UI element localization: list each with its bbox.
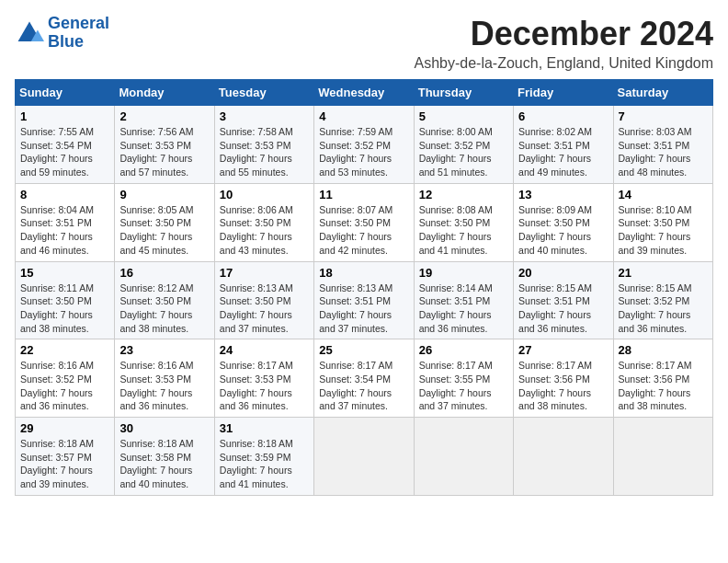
day-number: 4 <box>319 109 408 123</box>
calendar-subtitle: Ashby-de-la-Zouch, England, United Kingd… <box>414 55 713 72</box>
day-info: Sunrise: 8:06 AMSunset: 3:50 PMDaylight:… <box>220 204 293 256</box>
calendar-cell: 12 Sunrise: 8:08 AMSunset: 3:50 PMDaylig… <box>414 183 513 261</box>
day-number: 22 <box>20 343 109 357</box>
day-info: Sunrise: 8:17 AMSunset: 3:55 PMDaylight:… <box>419 360 493 411</box>
day-number: 26 <box>419 343 508 357</box>
day-number: 7 <box>619 109 708 123</box>
weekday-header-sunday: Sunday <box>16 80 115 106</box>
weekday-header-tuesday: Tuesday <box>214 80 313 106</box>
day-number: 14 <box>619 188 708 201</box>
calendar-body: 1 Sunrise: 7:55 AMSunset: 3:54 PMDayligh… <box>16 106 713 496</box>
day-number: 17 <box>220 266 309 280</box>
calendar-cell: 16 Sunrise: 8:12 AMSunset: 3:50 PMDaylig… <box>115 261 214 339</box>
page-header: General Blue December 2024 Ashby-de-la-Z… <box>15 15 713 72</box>
calendar-cell: 20 Sunrise: 8:15 AMSunset: 3:51 PMDaylig… <box>514 261 613 339</box>
day-number: 15 <box>20 266 109 280</box>
calendar-cell: 10 Sunrise: 8:06 AMSunset: 3:50 PMDaylig… <box>214 183 313 261</box>
day-info: Sunrise: 8:16 AMSunset: 3:53 PMDaylight:… <box>119 360 193 411</box>
weekday-header-wednesday: Wednesday <box>314 80 414 106</box>
day-number: 10 <box>220 188 309 201</box>
weekday-header-row: SundayMondayTuesdayWednesdayThursdayFrid… <box>16 80 713 106</box>
day-number: 16 <box>119 266 209 280</box>
day-info: Sunrise: 8:10 AMSunset: 3:50 PMDaylight:… <box>619 204 692 256</box>
day-number: 19 <box>419 266 508 280</box>
day-info: Sunrise: 7:59 AMSunset: 3:52 PMDaylight:… <box>319 126 392 178</box>
day-info: Sunrise: 8:07 AMSunset: 3:50 PMDaylight:… <box>319 204 392 256</box>
calendar-cell: 8 Sunrise: 8:04 AMSunset: 3:51 PMDayligh… <box>16 183 115 261</box>
day-info: Sunrise: 8:00 AMSunset: 3:52 PMDaylight:… <box>419 126 493 178</box>
calendar-cell <box>613 418 712 496</box>
day-info: Sunrise: 8:17 AMSunset: 3:56 PMDaylight:… <box>619 360 692 411</box>
day-number: 8 <box>20 188 109 201</box>
day-number: 18 <box>319 266 408 280</box>
day-info: Sunrise: 8:15 AMSunset: 3:52 PMDaylight:… <box>619 282 692 334</box>
calendar-week-1: 1 Sunrise: 7:55 AMSunset: 3:54 PMDayligh… <box>16 106 713 184</box>
day-info: Sunrise: 8:14 AMSunset: 3:51 PMDaylight:… <box>419 282 493 334</box>
day-info: Sunrise: 8:17 AMSunset: 3:53 PMDaylight:… <box>220 360 293 411</box>
weekday-header-saturday: Saturday <box>613 80 712 106</box>
calendar-cell: 26 Sunrise: 8:17 AMSunset: 3:55 PMDaylig… <box>414 339 513 418</box>
calendar-cell: 27 Sunrise: 8:17 AMSunset: 3:56 PMDaylig… <box>514 339 613 418</box>
day-info: Sunrise: 8:09 AMSunset: 3:50 PMDaylight:… <box>518 204 592 256</box>
day-info: Sunrise: 8:17 AMSunset: 3:54 PMDaylight:… <box>319 360 392 411</box>
calendar-cell: 2 Sunrise: 7:56 AMSunset: 3:53 PMDayligh… <box>115 106 214 184</box>
calendar-cell: 23 Sunrise: 8:16 AMSunset: 3:53 PMDaylig… <box>115 339 214 418</box>
day-info: Sunrise: 8:05 AMSunset: 3:50 PMDaylight:… <box>119 204 193 256</box>
day-info: Sunrise: 8:12 AMSunset: 3:50 PMDaylight:… <box>119 282 193 334</box>
weekday-header-friday: Friday <box>514 80 613 106</box>
day-info: Sunrise: 8:18 AMSunset: 3:58 PMDaylight:… <box>119 438 193 489</box>
day-info: Sunrise: 8:03 AMSunset: 3:51 PMDaylight:… <box>619 126 692 178</box>
calendar-cell: 13 Sunrise: 8:09 AMSunset: 3:50 PMDaylig… <box>514 183 613 261</box>
calendar-cell: 22 Sunrise: 8:16 AMSunset: 3:52 PMDaylig… <box>16 339 115 418</box>
calendar-cell: 21 Sunrise: 8:15 AMSunset: 3:52 PMDaylig… <box>613 261 712 339</box>
day-number: 24 <box>220 343 309 357</box>
calendar-cell: 24 Sunrise: 8:17 AMSunset: 3:53 PMDaylig… <box>214 339 313 418</box>
logo-text: General Blue <box>48 15 109 52</box>
calendar-cell: 19 Sunrise: 8:14 AMSunset: 3:51 PMDaylig… <box>414 261 513 339</box>
title-block: December 2024 Ashby-de-la-Zouch, England… <box>414 15 713 72</box>
calendar-cell: 4 Sunrise: 7:59 AMSunset: 3:52 PMDayligh… <box>314 106 414 184</box>
calendar-week-5: 29 Sunrise: 8:18 AMSunset: 3:57 PMDaylig… <box>16 418 713 496</box>
calendar-cell: 29 Sunrise: 8:18 AMSunset: 3:57 PMDaylig… <box>16 418 115 496</box>
day-info: Sunrise: 7:56 AMSunset: 3:53 PMDaylight:… <box>119 126 193 178</box>
day-info: Sunrise: 8:04 AMSunset: 3:51 PMDaylight:… <box>20 204 94 256</box>
calendar-cell: 17 Sunrise: 8:13 AMSunset: 3:50 PMDaylig… <box>214 261 313 339</box>
calendar-cell <box>314 418 414 496</box>
day-number: 27 <box>518 343 608 357</box>
calendar-cell: 5 Sunrise: 8:00 AMSunset: 3:52 PMDayligh… <box>414 106 513 184</box>
day-number: 30 <box>119 421 209 435</box>
day-info: Sunrise: 8:16 AMSunset: 3:52 PMDaylight:… <box>20 360 94 411</box>
day-number: 6 <box>518 109 608 123</box>
calendar-cell: 3 Sunrise: 7:58 AMSunset: 3:53 PMDayligh… <box>214 106 313 184</box>
calendar-cell: 11 Sunrise: 8:07 AMSunset: 3:50 PMDaylig… <box>314 183 414 261</box>
day-info: Sunrise: 8:18 AMSunset: 3:59 PMDaylight:… <box>220 438 293 489</box>
calendar-header: SundayMondayTuesdayWednesdayThursdayFrid… <box>16 80 713 106</box>
calendar-week-3: 15 Sunrise: 8:11 AMSunset: 3:50 PMDaylig… <box>16 261 713 339</box>
logo-icon <box>15 18 44 48</box>
day-info: Sunrise: 7:55 AMSunset: 3:54 PMDaylight:… <box>20 126 94 178</box>
day-info: Sunrise: 8:11 AMSunset: 3:50 PMDaylight:… <box>20 282 94 334</box>
calendar-week-2: 8 Sunrise: 8:04 AMSunset: 3:51 PMDayligh… <box>16 183 713 261</box>
day-info: Sunrise: 8:18 AMSunset: 3:57 PMDaylight:… <box>20 438 94 489</box>
calendar-cell: 14 Sunrise: 8:10 AMSunset: 3:50 PMDaylig… <box>613 183 712 261</box>
day-number: 31 <box>220 421 309 435</box>
calendar-cell: 6 Sunrise: 8:02 AMSunset: 3:51 PMDayligh… <box>514 106 613 184</box>
day-number: 9 <box>119 188 209 201</box>
calendar-table: SundayMondayTuesdayWednesdayThursdayFrid… <box>15 79 713 496</box>
day-info: Sunrise: 7:58 AMSunset: 3:53 PMDaylight:… <box>220 126 293 178</box>
logo: General Blue <box>15 15 109 52</box>
day-number: 28 <box>619 343 708 357</box>
calendar-title: December 2024 <box>414 15 713 53</box>
day-number: 11 <box>319 188 408 201</box>
day-number: 12 <box>419 188 508 201</box>
calendar-cell: 7 Sunrise: 8:03 AMSunset: 3:51 PMDayligh… <box>613 106 712 184</box>
calendar-cell: 15 Sunrise: 8:11 AMSunset: 3:50 PMDaylig… <box>16 261 115 339</box>
calendar-cell: 18 Sunrise: 8:13 AMSunset: 3:51 PMDaylig… <box>314 261 414 339</box>
weekday-header-monday: Monday <box>115 80 214 106</box>
weekday-header-thursday: Thursday <box>414 80 513 106</box>
day-number: 5 <box>419 109 508 123</box>
day-info: Sunrise: 8:17 AMSunset: 3:56 PMDaylight:… <box>518 360 592 411</box>
calendar-cell: 9 Sunrise: 8:05 AMSunset: 3:50 PMDayligh… <box>115 183 214 261</box>
day-info: Sunrise: 8:13 AMSunset: 3:50 PMDaylight:… <box>220 282 293 334</box>
day-number: 13 <box>518 188 608 201</box>
